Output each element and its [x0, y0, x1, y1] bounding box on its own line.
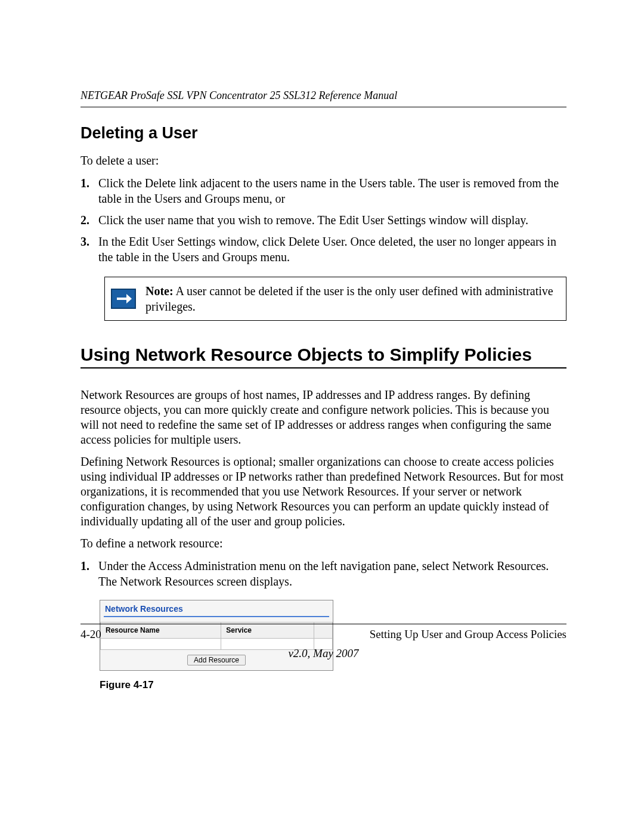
steps-deleting: 1.Click the Delete link adjacent to the …	[80, 175, 566, 265]
heading-network-resources: Using Network Resource Objects to Simpli…	[80, 345, 566, 368]
step-text: Click the Delete link adjacent to the us…	[98, 175, 566, 206]
step-item: 3.In the Edit User Settings window, clic…	[80, 234, 566, 265]
note-text: Note: A user cannot be deleted if the us…	[145, 283, 558, 314]
paragraph: Defining Network Resources is optional; …	[80, 454, 566, 529]
document-page: NETGEAR ProSafe SSL VPN Concentrator 25 …	[0, 0, 644, 833]
step-item: 1.Under the Access Administration menu o…	[80, 558, 566, 589]
steps-define: 1.Under the Access Administration menu o…	[80, 558, 566, 589]
page-footer: 4-20 Setting Up User and Group Access Po…	[80, 624, 566, 660]
version-line: v2.0, May 2007	[80, 647, 566, 660]
step-text: In the Edit User Settings window, click …	[98, 234, 566, 265]
step-text: Under the Access Administration menu on …	[98, 558, 566, 589]
note-body: A user cannot be deleted if the user is …	[145, 284, 553, 313]
step-item: 1.Click the Delete link adjacent to the …	[80, 175, 566, 206]
heading-deleting-user: Deleting a User	[80, 124, 566, 143]
arrow-right-icon	[111, 289, 136, 309]
note-callout: Note: A user cannot be deleted if the us…	[104, 277, 566, 321]
paragraph: Network Resources are groups of host nam…	[80, 388, 566, 447]
running-header: NETGEAR ProSafe SSL VPN Concentrator 25 …	[80, 89, 566, 107]
panel-title: Network Resources	[100, 600, 333, 616]
figure-caption: Figure 4-17	[100, 679, 566, 691]
intro-define: To define a network resource:	[80, 536, 566, 551]
note-label: Note:	[145, 284, 174, 298]
panel-underline	[104, 616, 329, 617]
intro-deleting: To delete a user:	[80, 153, 566, 168]
page-number: 4-20	[80, 628, 101, 641]
step-item: 2.Click the user name that you wish to r…	[80, 212, 566, 228]
chapter-title: Setting Up User and Group Access Policie…	[370, 628, 566, 641]
step-text: Click the user name that you wish to rem…	[98, 212, 566, 228]
